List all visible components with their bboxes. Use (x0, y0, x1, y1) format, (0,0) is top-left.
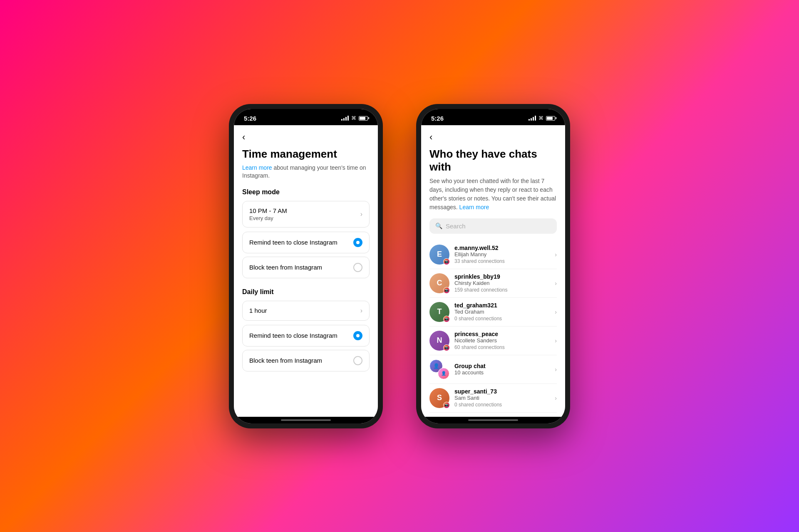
sleep-block-radio[interactable] (353, 263, 362, 272)
daily-block-option[interactable]: Block teen from Instagram (242, 350, 370, 371)
sleep-remind-label: Remind teen to close Instagram (249, 239, 337, 246)
sleep-frequency: Every day (249, 215, 287, 221)
sleep-block-label: Block teen from Instagram (249, 264, 322, 271)
sleep-remind-radio[interactable] (353, 238, 362, 247)
search-icon: 🔍 (435, 223, 442, 229)
status-time-right: 5:26 (431, 115, 444, 122)
learn-more-link-right[interactable]: Learn more (459, 204, 489, 210)
description-text: See who your teen chatted with for the l… (429, 178, 556, 210)
wifi-icon-right: ⌘ (538, 115, 543, 121)
group-avatars: 👤 👤 (429, 359, 449, 379)
sleep-time-range: 10 PM - 7 AM (249, 207, 287, 214)
daily-limit-value: 1 hour (249, 307, 267, 314)
group-avatar-2: 👤 (438, 368, 449, 379)
connections-emanny: 33 shared connections (454, 258, 550, 264)
learn-more-text-left: Learn more about managing your teen's ti… (242, 164, 370, 180)
daily-block-label: Block teen from Instagram (249, 357, 322, 364)
realname-princess: Nicollete Sanders (454, 337, 550, 344)
daily-limit-label: Daily limit (242, 288, 370, 296)
chat-info-princess: princess_peace Nicollete Sanders 60 shar… (454, 331, 550, 350)
status-icons-right: ⌘ (529, 115, 555, 121)
realname-group: 10 accounts (454, 369, 550, 376)
chevron-santi: › (555, 395, 557, 401)
chevron-emanny: › (555, 251, 557, 258)
daily-remind-option[interactable]: Remind teen to close Instagram (242, 325, 370, 346)
daily-limit-chevron: › (360, 307, 362, 314)
chevron-group: › (555, 366, 557, 373)
search-bar[interactable]: 🔍 Search (429, 218, 557, 234)
sleep-card-chevron: › (360, 210, 362, 218)
realname-emanny: Ellijah Manny (454, 251, 550, 257)
realname-ted: Ted Graham (454, 309, 550, 315)
chat-item-emanny[interactable]: E 📷 e.manny.well.52 Ellijah Manny 33 sha… (429, 240, 557, 269)
daily-remind-label: Remind teen to close Instagram (249, 332, 337, 339)
realname-sprinkles: Chirsty Kaiden (454, 280, 550, 286)
battery-icon (359, 116, 368, 121)
status-bar-left: 5:26 ⌘ (234, 109, 378, 125)
battery-icon-right (546, 116, 555, 121)
status-icons-left: ⌘ (341, 115, 368, 121)
chat-info-ted: ted_graham321 Ted Graham 0 shared connec… (454, 302, 550, 322)
phone-left: 5:26 ⌘ ‹ Time management Learn more (229, 104, 383, 428)
chat-item-sprinkles[interactable]: C 📷 sprinkles_bby19 Chirsty Kaiden 159 s… (429, 269, 557, 298)
status-time-left: 5:26 (244, 115, 256, 122)
screen-content-left: ‹ Time management Learn more about manag… (234, 125, 378, 417)
chat-item-princess[interactable]: N 📷 princess_peace Nicollete Sanders 60 … (429, 327, 557, 355)
page-title-right: Who they have chats with (429, 148, 557, 173)
username-ted: ted_graham321 (454, 302, 550, 309)
sleep-mode-label: Sleep mode (242, 188, 370, 196)
sleep-schedule-card[interactable]: 10 PM - 7 AM Every day › (242, 201, 370, 228)
chevron-ted: › (555, 309, 557, 315)
chat-info-group: Group chat 10 accounts (454, 363, 550, 376)
learn-more-link-left[interactable]: Learn more (242, 164, 272, 171)
status-bar-right: 5:26 ⌘ (421, 109, 565, 125)
chat-item-santi[interactable]: S 📷 super_santi_73 Sam Santi 0 shared co… (429, 384, 557, 413)
username-santi: super_santi_73 (454, 388, 550, 395)
signal-icon-right (529, 116, 536, 121)
connections-ted: 0 shared connections (454, 316, 550, 322)
ig-badge-emanny: 📷 (443, 258, 450, 265)
chat-item-group[interactable]: 👤 👤 Group chat 10 accounts › (429, 355, 557, 384)
ig-badge-sprinkles: 📷 (443, 287, 450, 294)
home-indicator-left (234, 417, 378, 423)
avatar-wrap-sprinkles: C 📷 (429, 273, 449, 293)
avatar-wrap-ted: T 📷 (429, 302, 449, 322)
screen-content-right: ‹ Who they have chats with See who your … (421, 125, 565, 417)
ig-badge-princess: 📷 (443, 344, 450, 351)
chevron-princess: › (555, 337, 557, 344)
username-emanny: e.manny.well.52 (454, 245, 550, 251)
connections-santi: 0 shared connections (454, 402, 550, 408)
connections-sprinkles: 159 shared connections (454, 287, 550, 293)
chevron-sprinkles: › (555, 280, 557, 287)
avatar-wrap-santi: S 📷 (429, 388, 449, 408)
realname-santi: Sam Santi (454, 395, 550, 401)
search-placeholder: Search (446, 223, 466, 230)
ig-badge-santi: 📷 (443, 402, 450, 408)
chat-item-ted[interactable]: T 📷 ted_graham321 Ted Graham 0 shared co… (429, 298, 557, 327)
back-button-right[interactable]: ‹ (429, 132, 557, 143)
sleep-block-option[interactable]: Block teen from Instagram (242, 257, 370, 278)
sleep-remind-option[interactable]: Remind teen to close Instagram (242, 232, 370, 253)
username-group: Group chat (454, 363, 550, 369)
signal-icon (341, 116, 349, 121)
avatar-wrap-emanny: E 📷 (429, 245, 449, 265)
home-indicator-right (421, 417, 565, 423)
username-princess: princess_peace (454, 331, 550, 337)
page-description-right: See who your teen chatted with for the l… (429, 177, 557, 212)
connections-princess: 60 shared connections (454, 344, 550, 350)
back-button-left[interactable]: ‹ (242, 132, 370, 143)
phone-right: 5:26 ⌘ ‹ Who they have chats with See wh… (416, 104, 570, 428)
wifi-icon: ⌘ (351, 115, 356, 121)
avatar-wrap-princess: N 📷 (429, 331, 449, 351)
daily-block-radio[interactable] (353, 356, 362, 365)
daily-remind-radio[interactable] (353, 331, 362, 340)
chat-info-sprinkles: sprinkles_bby19 Chirsty Kaiden 159 share… (454, 273, 550, 293)
page-title-left: Time management (242, 148, 370, 161)
chat-info-emanny: e.manny.well.52 Ellijah Manny 33 shared … (454, 245, 550, 264)
daily-limit-card[interactable]: 1 hour › (242, 301, 370, 321)
ig-badge-ted: 📷 (443, 316, 450, 322)
username-sprinkles: sprinkles_bby19 (454, 273, 550, 280)
chat-info-santi: super_santi_73 Sam Santi 0 shared connec… (454, 388, 550, 408)
